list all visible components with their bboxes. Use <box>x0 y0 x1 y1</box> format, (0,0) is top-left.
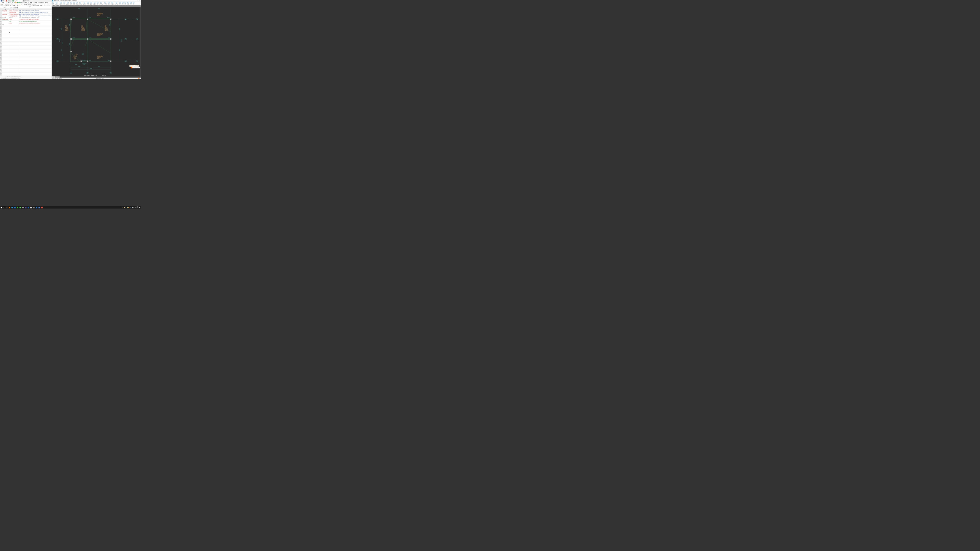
cell[interactable]: 非加密区箍筋个数 <box>9 15 19 17</box>
cad-tool-button[interactable]: 打印 <box>119 2 121 5</box>
close-icon[interactable]: × <box>21 0 22 2</box>
wps-doc-tab[interactable]: 稻壳商城 <box>5 0 12 2</box>
cell[interactable]: 个数：2[（1.5*700-50）/100+1]+[（1.5*700-50）/1… <box>19 12 52 13</box>
cad-tool-button[interactable]: 资料 <box>132 2 135 5</box>
cad-tool-button[interactable]: 标注设置 <box>103 2 107 5</box>
taskbar-app[interactable] <box>14 206 16 209</box>
close-icon[interactable]: × <box>30 0 30 2</box>
cad-popup[interactable]: 个性设置，点我看看 <box>129 65 138 67</box>
sheet-tab[interactable]: Sheet2 <box>11 76 16 77</box>
cell[interactable]: 4 抗扭筋 <box>2 17 9 19</box>
cad-tool-button[interactable]: 图层管理 <box>65 2 70 5</box>
taskbar-app[interactable] <box>35 206 38 209</box>
col-header-b[interactable]: B <box>9 9 19 10</box>
wps-doc-tab[interactable]: 新建 XLS 工作表.xls× <box>12 0 23 2</box>
cad-tool-button[interactable]: 窗口 <box>63 2 66 5</box>
cell[interactable] <box>2 21 9 22</box>
grid-row[interactable]: 7 加密区箍筋个数 个数：2[（1.5*700-50）/100+1]+[（1.5… <box>0 12 52 14</box>
row-header[interactable]: 13 <box>0 22 2 24</box>
cad-tool-button[interactable]: 最近打开 <box>55 2 59 5</box>
task-view[interactable]: ▭ <box>5 206 8 209</box>
col-header-a[interactable]: A <box>2 9 9 10</box>
cad-tool-button[interactable]: 文字查找 <box>110 2 115 5</box>
cell[interactable] <box>2 15 9 17</box>
cell[interactable]: 2Φ20 <box>9 19 19 20</box>
cut-button[interactable]: 剪切 <box>2 4 3 5</box>
cad-tool-button[interactable]: 优看云盘 <box>59 2 63 5</box>
font-select[interactable]: 宋体 <box>5 4 9 6</box>
cad-tool-button[interactable]: 隐藏标注 <box>99 2 103 5</box>
file-menu[interactable]: 文件 <box>2 2 4 3</box>
cell[interactable]: 箍筋非加密 <box>2 14 9 15</box>
ribbon-tab[interactable]: 视图 <box>35 2 38 3</box>
cad-tool-button[interactable]: 测量 <box>75 2 78 5</box>
cell[interactable]: 2Φ20 <box>9 22 19 24</box>
taskbar-app[interactable] <box>27 206 30 209</box>
cell[interactable]: 加密区箍筋个数 <box>9 12 19 13</box>
format-painter[interactable]: 格式刷 <box>2 5 5 6</box>
ribbon-tab[interactable]: 特色应用 <box>44 2 48 3</box>
cad-tool-button[interactable]: 撤销 <box>70 2 73 5</box>
cell[interactable]: 3支座 500-20+15*20+(8450-200-250)/3=3446.6… <box>19 22 52 24</box>
taskbar-app[interactable] <box>11 206 14 209</box>
cell[interactable]: 1支座 500-20+15*20+(5850-200-250)/3=2580 <box>19 19 52 20</box>
copy-button[interactable]: 复制 <box>0 5 2 6</box>
ribbon-tab[interactable]: 安全 <box>38 2 40 3</box>
ribbon-tab[interactable]: 页面布局 <box>23 2 27 3</box>
cad-tool-button[interactable]: 图形识别 <box>83 2 87 5</box>
close-button[interactable]: ✕ <box>139 0 140 1</box>
cond-format[interactable]: 条件格式 <box>43 5 46 6</box>
cad-tool-button[interactable]: 删除 <box>96 2 99 5</box>
cell[interactable]: 5 支座加强筋 <box>2 19 9 20</box>
grid-row[interactable]: 52 <box>0 75 52 76</box>
wps-doc-tab[interactable]: 16G101-1.pdf× <box>22 0 31 2</box>
cell[interactable]: 非加密区 Φ8@200（2） <box>9 14 19 15</box>
ribbon-tab[interactable]: 审阅 <box>32 2 35 3</box>
row-header[interactable]: 9 <box>0 15 2 17</box>
row-header[interactable]: 11 <box>0 19 2 20</box>
maximize-button[interactable]: ☐ <box>138 0 138 1</box>
cad-tool-button[interactable]: 任意线 <box>93 2 96 5</box>
cell[interactable] <box>2 22 9 24</box>
cell[interactable]: 长度：2*300+2*700-8*20+28.274*8=2066.192 <box>19 10 52 11</box>
fx-icon[interactable]: 🔍 fx <box>9 7 13 8</box>
sheet-tab[interactable]: Sheet3 <box>16 76 21 77</box>
sheet-tab[interactable]: Sheet1 <box>6 76 11 77</box>
grid-row[interactable]: 13 2Φ20 3支座 500-20+15*20+(8450-200-250)/… <box>0 22 52 24</box>
merge-button[interactable]: 合并居中 <box>27 3 32 5</box>
cad-canvas[interactable]: .g{stroke:#2a8a4a;stroke-width:1;fill:no… <box>52 6 141 76</box>
wrap-button[interactable]: 自动换行 <box>27 5 32 7</box>
cell[interactable]: 汇总 <box>2 24 9 25</box>
cad-tool-button[interactable]: 关于 <box>129 2 132 5</box>
system-tray[interactable]: ⌃🧭▭🔋📶🔊💬⌨ 1:072019/4/8 💬 <box>122 206 141 209</box>
start-button[interactable]: ⊞ <box>0 206 3 209</box>
grid-row[interactable]: 6 3 箍筋加密 加密区 Φ8@100（2） 长度：2*300+2*700-8*… <box>0 10 52 12</box>
cad-tool-button[interactable]: 图纸对比 <box>78 2 83 5</box>
cad-tool-button[interactable]: 画直线 <box>89 2 93 5</box>
cell[interactable]: 5850+8450-200-200+(500-20+15*12)*2=15220 <box>19 17 52 19</box>
cell[interactable]: N6Φ12 <box>9 17 19 19</box>
col-header-c[interactable]: C <box>19 9 52 10</box>
taskbar-app[interactable] <box>41 206 43 209</box>
ime-toolbar[interactable] <box>130 67 140 68</box>
cell[interactable]: Φ20 <box>9 21 19 22</box>
taskbar-app[interactable] <box>30 206 33 209</box>
ribbon-tab[interactable]: 插入 <box>21 2 23 3</box>
wps-doc-tab[interactable]: WPS <box>0 0 5 2</box>
row-header[interactable]: 8 <box>0 14 2 15</box>
cell[interactable] <box>19 24 52 25</box>
cell[interactable]: 长度：2*300+2*700-8*20+28.274*8=2066.192 <box>19 14 52 15</box>
cad-tool-button[interactable]: 文字 <box>86 2 89 5</box>
taskbar-app[interactable] <box>32 206 35 209</box>
cad-tool-button[interactable]: 打开 <box>52 2 55 5</box>
cell[interactable] <box>9 24 19 25</box>
row-header[interactable]: 6 <box>0 10 2 11</box>
cell[interactable]: 加密区 Φ8@100（2） <box>9 10 19 11</box>
row-header[interactable]: 7 <box>0 12 2 13</box>
row-header[interactable]: 12 <box>0 21 2 22</box>
spreadsheet-grid[interactable]: A B C 6 3 箍筋加密 加密区 Φ8@100（2） 长度：2*300+2*… <box>0 9 52 76</box>
cad-tool-button[interactable]: 屏幕旋转 <box>115 2 119 5</box>
ribbon-tab[interactable]: 开始 <box>18 2 21 3</box>
grid-row[interactable]: 8 箍筋非加密 非加密区 Φ8@200（2） 长度：2*300+2*700-8*… <box>0 14 52 15</box>
vip-icon[interactable]: VIP <box>15 2 17 3</box>
